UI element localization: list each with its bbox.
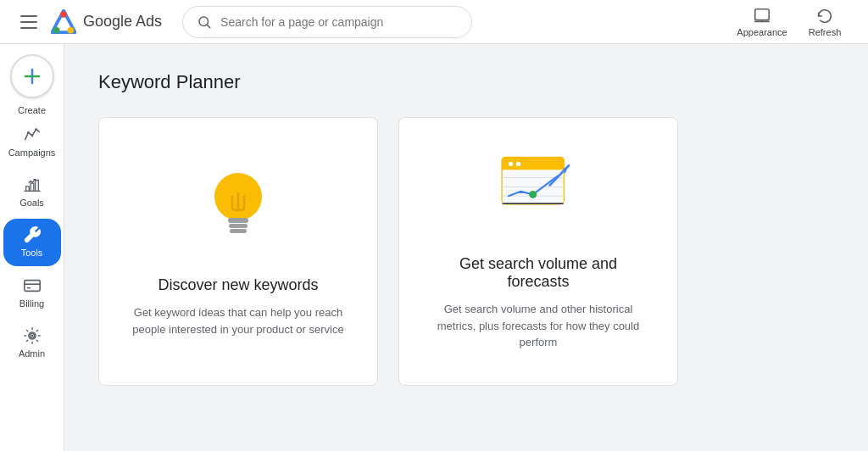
svg-rect-6 [755,8,770,19]
header: Google Ads Appearance Refresh [0,0,868,44]
svg-point-13 [35,128,37,131]
sidebar-tools-label: Tools [21,248,43,259]
svg-point-2 [68,27,75,34]
refresh-label: Refresh [809,27,842,37]
campaigns-icon [23,125,42,144]
refresh-icon [815,7,834,25]
svg-point-37 [529,191,537,198]
appearance-icon [753,7,771,25]
sidebar-goals-label: Goals [19,198,44,209]
layout: Create Campaigns Goals [0,44,868,451]
sidebar-item-billing[interactable]: Billing [3,270,61,316]
svg-point-3 [60,11,67,18]
discover-card-description: Get keyword ideas that can help you reac… [126,304,350,337]
svg-point-11 [27,131,30,134]
page-title: Keyword Planner [98,71,834,93]
svg-point-1 [53,27,60,34]
refresh-button[interactable]: Refresh [795,0,854,44]
sidebar-admin-label: Admin [19,348,45,359]
billing-icon [23,276,42,295]
sidebar: Create Campaigns Goals [0,44,64,451]
discover-keywords-card[interactable]: Discover new keywords Get keyword ideas … [98,117,378,386]
search-icon [197,14,212,30]
svg-rect-15 [24,280,39,291]
svg-rect-27 [230,229,247,233]
svg-point-31 [516,162,520,166]
create-button[interactable]: Create [10,54,54,115]
svg-point-30 [509,162,513,166]
chart-illustration [496,152,581,231]
app-title: Google Ads [83,13,162,31]
sidebar-item-goals[interactable]: Goals [3,169,61,215]
forecast-card-title: Get search volume and forecasts [426,255,650,291]
cards-container: Discover new keywords Get keyword ideas … [98,117,834,386]
sidebar-campaigns-label: Campaigns [8,148,56,159]
plus-icon [22,66,42,86]
appearance-button[interactable]: Appearance [732,0,792,44]
chart-icon [496,152,581,228]
forecast-card-description: Get search volume and other historical m… [426,301,650,351]
sidebar-item-tools[interactable]: Tools [3,219,61,265]
svg-rect-26 [229,224,248,228]
google-ads-logo-icon [51,9,76,35]
sidebar-item-admin[interactable]: Admin [3,320,61,366]
create-icon-container [10,54,54,98]
svg-point-12 [31,135,33,137]
header-actions: Appearance Refresh [732,0,854,44]
search-volume-card[interactable]: Get search volume and forecasts Get sear… [398,117,678,386]
svg-point-20 [31,334,33,337]
logo-area: Google Ads [51,9,162,35]
svg-line-5 [207,25,209,27]
sidebar-billing-label: Billing [19,298,44,309]
search-bar[interactable] [182,6,471,38]
main-content: Keyword Planner [64,44,868,451]
tools-icon [23,226,42,244]
discover-card-title: Discover new keywords [158,276,318,294]
menu-button[interactable] [14,7,44,37]
svg-rect-25 [228,218,248,223]
appearance-label: Appearance [737,27,787,37]
create-label: Create [18,105,46,115]
goals-icon [23,175,42,194]
lightbulb-icon [200,164,276,249]
search-input[interactable] [220,15,457,29]
admin-icon [23,326,42,345]
lightbulb-illustration [200,164,276,253]
sidebar-item-campaigns[interactable]: Campaigns [3,119,61,165]
